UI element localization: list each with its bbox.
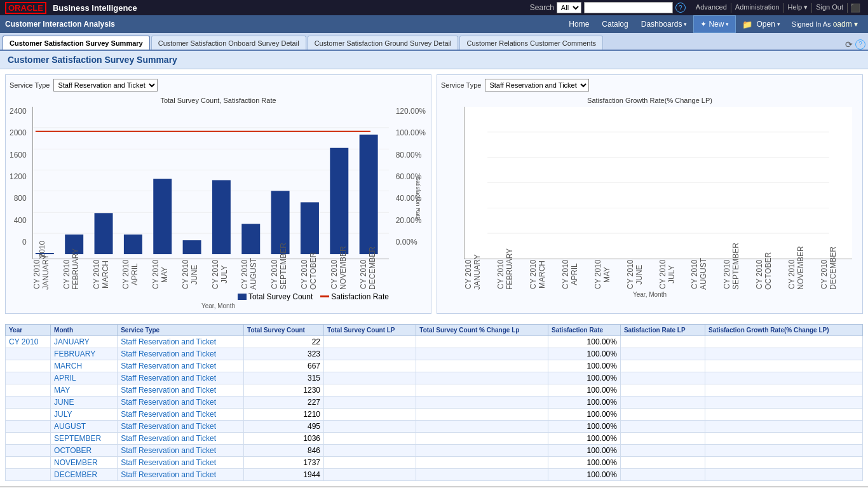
table-cell: 1230: [244, 384, 324, 396]
table-cell-link[interactable]: Staff Reservation and Ticket: [121, 386, 216, 395]
table-cell-link[interactable]: Staff Reservation and Ticket: [121, 374, 216, 383]
table-cell: [705, 372, 863, 384]
dashboards-caret: ▾: [684, 21, 687, 27]
table-cell: 1737: [244, 457, 324, 469]
table-cell-link[interactable]: Staff Reservation and Ticket: [121, 349, 216, 358]
r-xlabel-oct: CY 2010OCTOBER: [755, 259, 787, 290]
right-chart-container: Satisfaction Growth Rate(% Change LP): [441, 97, 858, 298]
table-cell-link[interactable]: CY 2010: [9, 337, 38, 346]
y-left-2000: 2000: [10, 128, 27, 137]
table-row: OCTOBERStaff Reservation and Ticket84610…: [6, 445, 863, 457]
col-year: Year: [6, 325, 51, 336]
table-cell: [620, 336, 705, 348]
table-cell-link[interactable]: AUGUST: [54, 422, 86, 431]
bar-august: [241, 224, 260, 254]
left-service-select[interactable]: Staff Reservation and Ticket: [53, 79, 158, 92]
xlabel-october: CY 2010OCTOBER: [300, 259, 330, 290]
table-cell: [6, 457, 51, 469]
left-x-axis-label: Year, Month: [10, 302, 427, 309]
table-cell: 100.00%: [548, 360, 621, 372]
table-cell: [324, 409, 416, 421]
table-cell-link[interactable]: MAY: [54, 386, 70, 395]
table-cell: [6, 372, 51, 384]
oracle-text: ORACLE: [5, 2, 46, 14]
table-cell: [324, 372, 416, 384]
home-button[interactable]: Home: [562, 15, 595, 33]
table-cell-link[interactable]: SEPTEMBER: [54, 434, 101, 443]
xlabel-april: CY 2010APRIL: [121, 259, 151, 290]
table-cell: [416, 384, 548, 396]
page-header: Customer Satisfaction Survey Summary: [0, 51, 868, 69]
signout-link[interactable]: Sign Out: [812, 3, 848, 13]
table-cell: 1036: [244, 433, 324, 445]
x-labels-row: CY 2010JANUARY CY 2010FEBRUARY CY 2010MA…: [32, 259, 389, 290]
table-cell-link[interactable]: JULY: [54, 410, 72, 419]
table-cell-link[interactable]: Staff Reservation and Ticket: [121, 362, 216, 370]
tab-survey-summary[interactable]: Customer Satisfaction Survey Summary: [3, 36, 150, 50]
col-sat-rate: Satisfaction Rate: [548, 325, 621, 336]
catalog-button[interactable]: Catalog: [595, 15, 634, 33]
table-cell-link[interactable]: Staff Reservation and Ticket: [121, 410, 216, 419]
tab-ground-detail[interactable]: Customer Satisfaction Ground Survey Deta…: [308, 36, 459, 50]
table-cell-link[interactable]: FEBRUARY: [54, 349, 95, 358]
data-table: Year Month Service Type Total Survey Cou…: [5, 324, 863, 481]
table-cell-link[interactable]: Staff Reservation and Ticket: [121, 446, 216, 455]
table-cell-link[interactable]: Staff Reservation and Ticket: [121, 470, 216, 479]
tab-icons: ⟳ ?: [845, 39, 865, 50]
sat-rate-label: Satisfaction Rate: [415, 177, 421, 220]
table-cell: [705, 336, 863, 348]
username: oadm ▾: [833, 20, 858, 29]
help-circle-icon[interactable]: ?: [675, 3, 686, 13]
close-icon: ⬛: [848, 3, 863, 13]
tab-customer-comments[interactable]: Customer Relations Customer Comments: [459, 36, 603, 50]
help-link[interactable]: Help ▾: [784, 3, 813, 13]
search-input[interactable]: [584, 2, 673, 13]
table-cell: [324, 457, 416, 469]
table-cell: [705, 360, 863, 372]
table-cell: 323: [244, 348, 324, 360]
col-count: Total Survey Count: [244, 325, 324, 336]
table-cell: [416, 433, 548, 445]
table-cell-link[interactable]: MARCH: [54, 362, 82, 370]
col-service: Service Type: [118, 325, 244, 336]
y-right-120: 120.00%: [396, 107, 426, 116]
help-tab-icon[interactable]: ?: [855, 39, 865, 50]
table-cell-link[interactable]: NOVEMBER: [54, 458, 98, 467]
table-cell: 846: [244, 445, 324, 457]
table-cell-link[interactable]: JUNE: [54, 398, 74, 407]
administration-link[interactable]: Administration: [731, 3, 784, 13]
xlabel-july: CY 2010JULY: [211, 259, 241, 290]
table-cell-link[interactable]: Staff Reservation and Ticket: [121, 434, 216, 443]
table-cell: [620, 457, 705, 469]
new-button[interactable]: ✦ New ▾: [693, 15, 736, 33]
dashboards-button[interactable]: Dashboards ▾: [635, 15, 694, 33]
table-cell: [6, 360, 51, 372]
table-cell: [324, 469, 416, 481]
table-cell-link[interactable]: DECEMBER: [54, 470, 97, 479]
tab-onboard-detail[interactable]: Customer Satisfaction Onboard Survey Det…: [151, 36, 306, 50]
table-row: JUNEStaff Reservation and Ticket227100.0…: [6, 396, 863, 409]
table-cell-link[interactable]: APRIL: [54, 374, 76, 383]
table-cell-link[interactable]: Staff Reservation and Ticket: [121, 422, 216, 431]
table-cell: [620, 409, 705, 421]
y-right-100: 100.00%: [396, 128, 426, 137]
search-select[interactable]: All: [557, 2, 581, 13]
xlabel-january: CY 2010JANUARY: [32, 259, 62, 290]
open-button[interactable]: 📁 Open ▾: [736, 15, 786, 33]
legend-sat: Satisfaction Rate: [320, 292, 389, 301]
table-cell: [324, 445, 416, 457]
right-service-select[interactable]: Staff Reservation and Ticket: [485, 79, 589, 92]
table-cell: [620, 360, 705, 372]
table-cell-link[interactable]: JANUARY: [54, 337, 90, 346]
refresh-icon[interactable]: ⟳: [845, 39, 853, 50]
table-cell-link[interactable]: Staff Reservation and Ticket: [121, 398, 216, 407]
table-cell-link[interactable]: Staff Reservation and Ticket: [121, 337, 216, 346]
right-service-label: Service Type: [441, 81, 481, 89]
table-cell: 227: [244, 396, 324, 409]
table-cell-link[interactable]: Staff Reservation and Ticket: [121, 458, 216, 467]
left-service-label: Service Type: [10, 81, 50, 89]
advanced-link[interactable]: Advanced: [692, 3, 731, 13]
y-left-800: 800: [14, 194, 27, 203]
table-cell-link[interactable]: OCTOBER: [54, 446, 92, 455]
table-cell: 495: [244, 421, 324, 433]
